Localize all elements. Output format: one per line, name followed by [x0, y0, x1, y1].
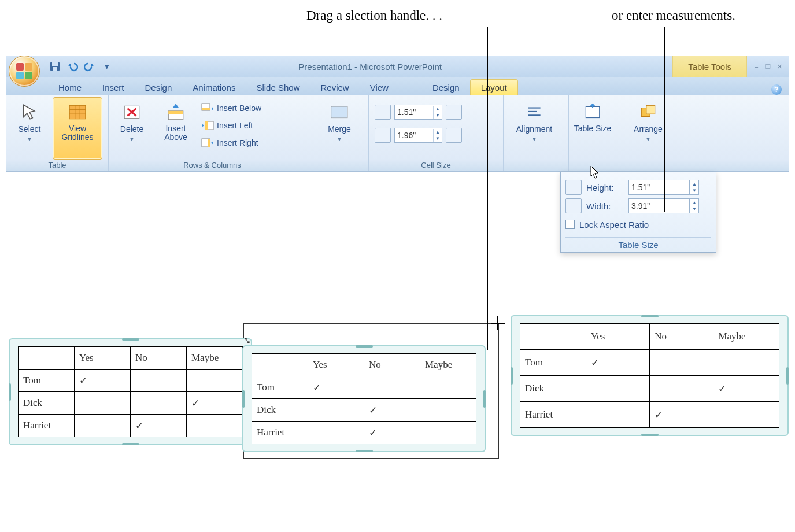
- cursor-icon: [589, 165, 601, 180]
- svg-rect-14: [205, 121, 208, 130]
- insert-above-button[interactable]: Insert Above: [155, 97, 197, 160]
- contextual-tab-label: Table Tools: [672, 56, 747, 77]
- view-gridlines-button[interactable]: View Gridlines: [53, 97, 102, 160]
- titlebar: ▾ Presentation1 - Microsoft PowerPoint T…: [6, 56, 789, 77]
- row-height-up[interactable]: ▲: [434, 106, 442, 112]
- arrange-button[interactable]: Arrange ▼: [623, 97, 674, 160]
- callout-leader-left: [487, 27, 488, 350]
- tab-home[interactable]: Home: [48, 80, 92, 95]
- tab-review[interactable]: Review: [310, 80, 359, 95]
- save-button[interactable]: [48, 60, 62, 73]
- group-cell-size-label: Cell Size: [371, 160, 501, 171]
- tab-slideshow[interactable]: Slide Show: [246, 80, 310, 95]
- office-button[interactable]: [9, 56, 40, 87]
- window-controls: – ❐ ✕: [752, 63, 784, 71]
- group-rows-columns-label: Rows & Columns: [111, 160, 313, 171]
- svg-rect-16: [208, 139, 210, 147]
- ribbon-tabs: Home Insert Design Animations Slide Show…: [6, 77, 789, 95]
- resize-crosshair-icon: [491, 316, 505, 330]
- tab-table-layout[interactable]: Layout: [470, 79, 518, 95]
- tab-table-design[interactable]: Design: [422, 80, 470, 95]
- demo-table-3[interactable]: YesNoMaybe Tom✓ Dick✓ Harriet✓: [511, 315, 789, 436]
- svg-rect-3: [69, 105, 86, 119]
- group-arrange: Arrange ▼: [620, 95, 679, 171]
- popup-title: Table Size: [565, 237, 711, 250]
- group-cell-size: ▲▼ ▲▼ Cell Size: [369, 95, 504, 171]
- svg-rect-12: [202, 108, 210, 110]
- callout-right: or enter measurements.: [612, 8, 735, 23]
- view-gridlines-label: View Gridlines: [53, 124, 102, 142]
- demo-table-1[interactable]: ↔ YesNoMaybe Tom✓ Dick✓ Harriet✓: [9, 338, 252, 445]
- callout-area: Drag a slection handle. . . or enter mea…: [0, 0, 795, 56]
- merge-button[interactable]: Merge ▼: [319, 97, 360, 160]
- table-size-button[interactable]: Table Size: [571, 97, 614, 160]
- powerpoint-window: ▾ Presentation1 - Microsoft PowerPoint T…: [6, 56, 789, 496]
- table-width-value[interactable]: [628, 198, 690, 213]
- lock-aspect-label: Lock Aspect Ratio: [579, 220, 649, 230]
- col-width-value[interactable]: [395, 129, 433, 142]
- group-alignment: Alignment ▼: [504, 95, 569, 171]
- callout-left: Drag a slection handle. . .: [306, 8, 442, 23]
- group-merge-label: [319, 160, 366, 171]
- svg-rect-2: [53, 67, 57, 71]
- group-table: Select ▼ View Gridlines Table: [6, 95, 109, 171]
- alignment-label: Alignment: [516, 124, 552, 134]
- merge-label: Merge: [328, 124, 351, 134]
- group-merge: Merge ▼: [316, 95, 369, 171]
- svg-rect-18: [331, 106, 347, 117]
- restore-button[interactable]: ❐: [763, 63, 772, 71]
- width-label: Width:: [586, 201, 623, 211]
- demo-table-2[interactable]: YesNoMaybe Tom✓ Dick✓ Harriet✓: [242, 345, 486, 452]
- table-size-label: Table Size: [574, 124, 612, 133]
- col-width-icon: [375, 128, 391, 143]
- arrange-label: Arrange: [634, 124, 663, 134]
- delete-button[interactable]: Delete ▼: [111, 97, 153, 160]
- height-icon: [565, 180, 582, 195]
- lock-aspect-checkbox[interactable]: [565, 220, 575, 229]
- app-title: Presentation1 - Microsoft PowerPoint: [68, 62, 672, 72]
- delete-label: Delete: [120, 124, 143, 134]
- row-height-value[interactable]: [395, 106, 433, 119]
- col-width-up[interactable]: ▲: [434, 129, 442, 135]
- row-height-down[interactable]: ▼: [434, 112, 442, 119]
- insert-above-label: Insert Above: [156, 124, 196, 142]
- insert-right-label: Insert Right: [217, 138, 258, 147]
- help-button[interactable]: ?: [771, 84, 782, 95]
- group-rows-columns: Delete ▼ Insert Above Insert Below Inser…: [109, 95, 316, 171]
- tab-view[interactable]: View: [360, 80, 399, 95]
- minimize-button[interactable]: –: [752, 63, 761, 71]
- svg-rect-10: [168, 111, 183, 114]
- group-table-size: Table Size: [569, 95, 620, 171]
- row-height-icon: [375, 105, 391, 120]
- height-label: Height:: [586, 183, 623, 193]
- svg-rect-22: [586, 106, 599, 117]
- insert-below-button[interactable]: Insert Below: [199, 101, 264, 116]
- table-height-value[interactable]: [628, 180, 690, 195]
- svg-rect-1: [52, 62, 58, 66]
- insert-left-label: Insert Left: [217, 121, 253, 130]
- alignment-button[interactable]: Alignment ▼: [506, 97, 563, 160]
- ribbon: Select ▼ View Gridlines Table Delete ▼: [6, 95, 789, 172]
- select-label: Select: [19, 124, 41, 134]
- tab-animations[interactable]: Animations: [182, 80, 246, 95]
- tab-design[interactable]: Design: [135, 80, 183, 95]
- distribute-rows-button[interactable]: [446, 105, 462, 120]
- col-width-input[interactable]: ▲▼: [394, 128, 442, 143]
- row-height-input[interactable]: ▲▼: [394, 105, 442, 120]
- insert-below-label: Insert Below: [217, 104, 261, 113]
- tab-insert[interactable]: Insert: [92, 80, 135, 95]
- insert-left-button[interactable]: Insert Left: [199, 118, 264, 133]
- insert-right-button[interactable]: Insert Right: [199, 135, 264, 150]
- group-table-label: Table: [9, 160, 106, 171]
- select-button[interactable]: Select ▼: [9, 97, 50, 160]
- width-icon: [565, 198, 582, 213]
- table-size-popup: Height: ▲▼ Width: ▲▼ Lock Aspect Ratio T…: [560, 172, 716, 253]
- callout-leader-right: [664, 27, 665, 212]
- slide-canvas: Height: ▲▼ Width: ▲▼ Lock Aspect Ratio T…: [6, 172, 789, 496]
- svg-rect-24: [646, 105, 655, 114]
- distribute-cols-button[interactable]: [446, 128, 462, 143]
- col-width-down[interactable]: ▼: [434, 135, 442, 142]
- close-button[interactable]: ✕: [775, 63, 784, 71]
